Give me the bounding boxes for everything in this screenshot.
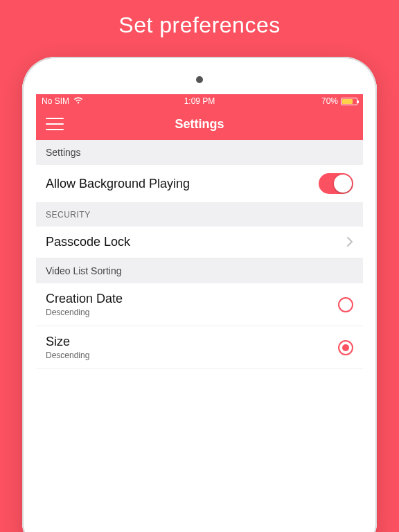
section-header-settings: Settings	[36, 140, 363, 165]
tablet-frame: No SIM 1:09 PM 70% Settings S	[22, 57, 377, 532]
sort-radio-size[interactable]	[338, 340, 353, 355]
toggle-knob	[334, 175, 352, 193]
wifi-icon	[73, 96, 83, 106]
battery-fill	[342, 99, 353, 104]
passcode-lock-label: Passcode Lock	[46, 235, 130, 249]
carrier-label: No SIM	[42, 96, 69, 106]
allow-background-playing-row: Allow Background Playing	[36, 165, 363, 203]
section-header-sorting: Video List Sorting	[36, 258, 363, 283]
battery-percent: 70%	[321, 96, 338, 106]
sort-option-title: Creation Date	[46, 292, 123, 306]
menu-button[interactable]	[46, 118, 64, 130]
section-header-security: SECURITY	[36, 203, 363, 227]
sort-option-title: Size	[46, 335, 89, 349]
screen: No SIM 1:09 PM 70% Settings S	[36, 94, 363, 531]
nav-bar: Settings	[36, 108, 363, 140]
status-bar: No SIM 1:09 PM 70%	[36, 94, 363, 108]
sort-option-subtitle: Descending	[46, 308, 123, 317]
allow-background-playing-label: Allow Background Playing	[46, 177, 190, 191]
passcode-lock-row[interactable]: Passcode Lock	[36, 227, 363, 258]
allow-background-playing-toggle[interactable]	[319, 173, 353, 194]
chevron-right-icon	[346, 236, 353, 249]
page-heading: Set preferences	[0, 0, 399, 45]
hamburger-icon	[46, 118, 64, 119]
sort-radio-creation-date[interactable]	[338, 297, 353, 312]
camera-dot	[196, 76, 203, 83]
sort-option-size[interactable]: Size Descending	[36, 326, 363, 369]
nav-title: Settings	[175, 117, 224, 132]
battery-icon	[341, 98, 357, 105]
sort-option-creation-date[interactable]: Creation Date Descending	[36, 283, 363, 326]
clock: 1:09 PM	[184, 96, 215, 106]
sort-option-subtitle: Descending	[46, 351, 89, 360]
